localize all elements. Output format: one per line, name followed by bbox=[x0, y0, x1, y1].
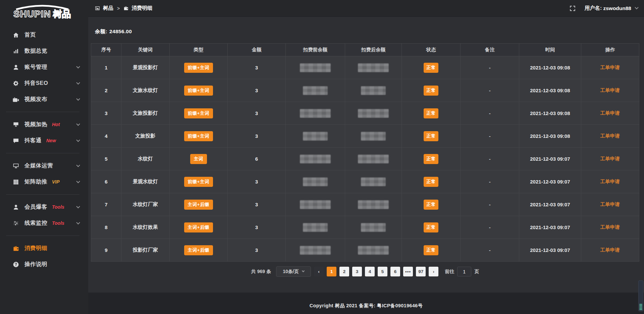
work-order-link[interactable]: 工单申请 bbox=[600, 88, 620, 93]
status-badge: 正常 bbox=[402, 102, 461, 125]
more-pages-button[interactable]: ••• bbox=[403, 267, 413, 276]
table-row: 7水纹灯厂家主词+后缀3正常-2021-12-03 09:07工单申请 bbox=[91, 193, 639, 216]
amount-cell: 3 bbox=[227, 102, 285, 125]
blurred-value bbox=[358, 155, 389, 163]
page-button-3[interactable]: 3 bbox=[352, 267, 362, 276]
breadcrumb-root[interactable]: 树品 bbox=[103, 5, 113, 12]
home-icon bbox=[13, 32, 19, 38]
main-column: 树品 > 消费明细 用户名: zswodun88 余额:2 bbox=[88, 0, 644, 314]
video-camera-icon bbox=[13, 96, 19, 103]
row-index: 9 bbox=[91, 239, 121, 262]
table-row: 5水纹灯主词6正常-2021-12-03 09:07工单申请 bbox=[91, 148, 639, 170]
sidebar-item-6[interactable]: 视频加热Hot bbox=[0, 116, 88, 133]
balance-after-blurred bbox=[345, 216, 402, 239]
sidebar-item-label: 会员爆客 bbox=[24, 203, 47, 211]
type-badge: 前缀+主词 bbox=[184, 177, 213, 187]
keyword-cell: 水纹灯效果 bbox=[121, 216, 169, 239]
status-badge: 正常 bbox=[402, 56, 461, 79]
status-badge: 正常 bbox=[402, 125, 461, 148]
action-cell: 工单申请 bbox=[581, 148, 639, 170]
blurred-value bbox=[303, 177, 328, 186]
goto-page-input[interactable] bbox=[457, 267, 471, 276]
page-button-6[interactable]: 6 bbox=[390, 267, 400, 276]
work-order-link[interactable]: 工单申请 bbox=[600, 224, 620, 230]
status-badge: 正常 bbox=[402, 79, 461, 102]
time-cell: 2021-12-03 09:08 bbox=[519, 56, 581, 79]
remark-cell: - bbox=[461, 125, 519, 148]
action-cell: 工单申请 bbox=[581, 193, 639, 216]
column-header: 时间 bbox=[519, 44, 581, 56]
prev-page-button[interactable]: ‹ bbox=[314, 267, 324, 276]
time-cell: 2021-12-03 09:08 bbox=[519, 102, 581, 125]
page-button-4[interactable]: 4 bbox=[365, 267, 375, 276]
work-order-link[interactable]: 工单申请 bbox=[600, 179, 620, 184]
table-row: 2文旅水纹灯前缀+主词3正常-2021-12-03 09:08工单申请 bbox=[91, 79, 639, 102]
work-order-link[interactable]: 工单申请 bbox=[600, 133, 620, 139]
sidebar-item-3[interactable]: 抖音SEO bbox=[0, 75, 88, 91]
blurred-value bbox=[358, 63, 389, 72]
page-button-2[interactable]: 2 bbox=[339, 267, 349, 276]
sidebar-item-10[interactable]: 矩阵助推VIP bbox=[0, 174, 88, 190]
sidebar-item-tag: Tools bbox=[52, 204, 64, 210]
sidebar-item-16[interactable]: 操作说明 bbox=[0, 256, 88, 272]
column-header: 关键词 bbox=[121, 44, 169, 56]
row-index: 5 bbox=[91, 148, 121, 170]
column-header: 类型 bbox=[169, 44, 227, 56]
blurred-value bbox=[358, 246, 389, 255]
next-page-button[interactable]: › bbox=[429, 267, 438, 276]
logo-text: SHUPIN bbox=[13, 9, 51, 19]
sidebar-item-2[interactable]: 账号管理 bbox=[0, 59, 88, 75]
blurred-value bbox=[358, 109, 389, 118]
fullscreen-icon[interactable] bbox=[570, 5, 576, 11]
sidebar-item-15[interactable]: 消费明细 bbox=[0, 240, 88, 256]
board-icon bbox=[13, 121, 19, 128]
work-order-link[interactable]: 工单申请 bbox=[600, 202, 620, 207]
sidebar-item-9[interactable]: 全媒体运营 bbox=[0, 158, 88, 174]
page-button-5[interactable]: 5 bbox=[378, 267, 387, 276]
chevron-down-icon bbox=[76, 205, 80, 208]
work-order-link[interactable]: 工单申请 bbox=[600, 247, 620, 253]
status-badge: 正常 bbox=[402, 170, 461, 193]
work-order-link[interactable]: 工单申请 bbox=[600, 110, 620, 116]
keyword-cell: 景观水纹灯 bbox=[121, 170, 169, 193]
page-button-97[interactable]: 97 bbox=[416, 267, 426, 276]
pagination: 共 969 条 10条/页 ‹ 123456•••97 › 前往 页 bbox=[91, 266, 639, 277]
balance-before-blurred bbox=[286, 56, 345, 79]
balance-after-blurred bbox=[345, 148, 402, 170]
sidebar-item-label: 抖客通 bbox=[24, 137, 42, 144]
sidebar-item-7[interactable]: 抖客通New bbox=[0, 133, 88, 149]
type-badge: 主词+后缀 bbox=[184, 222, 213, 232]
work-order-link[interactable]: 工单申请 bbox=[600, 65, 620, 70]
keyword-cell: 水纹灯 bbox=[121, 148, 169, 170]
sidebar-item-1[interactable]: 数据总览 bbox=[0, 43, 88, 59]
page-button-1[interactable]: 1 bbox=[327, 267, 336, 276]
sidebar-item-label: 矩阵助推 bbox=[24, 178, 47, 186]
sidebar-item-tag: Tools bbox=[52, 220, 64, 226]
status-badge: 正常 bbox=[402, 216, 461, 239]
balance-after-blurred bbox=[345, 239, 402, 262]
sidebar-item-13[interactable]: 线索监控Tools bbox=[0, 215, 88, 231]
page-size-select[interactable]: 10条/页 bbox=[276, 266, 311, 277]
monitor-icon bbox=[13, 163, 19, 169]
type-badge: 主词+后缀 bbox=[169, 216, 227, 239]
balance-after-blurred bbox=[345, 193, 402, 216]
time-cell: 2021-12-03 09:07 bbox=[519, 193, 581, 216]
work-order-link[interactable]: 工单申请 bbox=[600, 156, 620, 161]
user-menu[interactable]: 用户名: zswodun88 bbox=[584, 5, 638, 12]
status-badge: 正常 bbox=[424, 245, 438, 255]
sidebar-item-12[interactable]: 会员爆客Tools bbox=[0, 199, 88, 215]
column-header: 序号 bbox=[91, 44, 121, 56]
remark-cell: - bbox=[461, 102, 519, 125]
logo-cn-text: 树品 bbox=[53, 8, 71, 20]
sidebar-item-4[interactable]: 视频发布 bbox=[0, 91, 88, 107]
table-row: 8水纹灯效果主词+后缀3正常-2021-12-03 09:07工单申请 bbox=[91, 216, 639, 239]
type-badge: 前缀+主词 bbox=[169, 170, 227, 193]
floating-widget[interactable] bbox=[638, 280, 643, 311]
sidebar-item-0[interactable]: 首页 bbox=[0, 27, 88, 43]
balance-after-blurred bbox=[345, 79, 402, 102]
action-cell: 工单申请 bbox=[581, 102, 639, 125]
status-badge: 正常 bbox=[424, 86, 438, 96]
blurred-value bbox=[300, 63, 331, 72]
top-header: 树品 > 消费明细 用户名: zswodun88 bbox=[88, 0, 644, 17]
balance: 余额:24856.00 bbox=[95, 28, 639, 35]
